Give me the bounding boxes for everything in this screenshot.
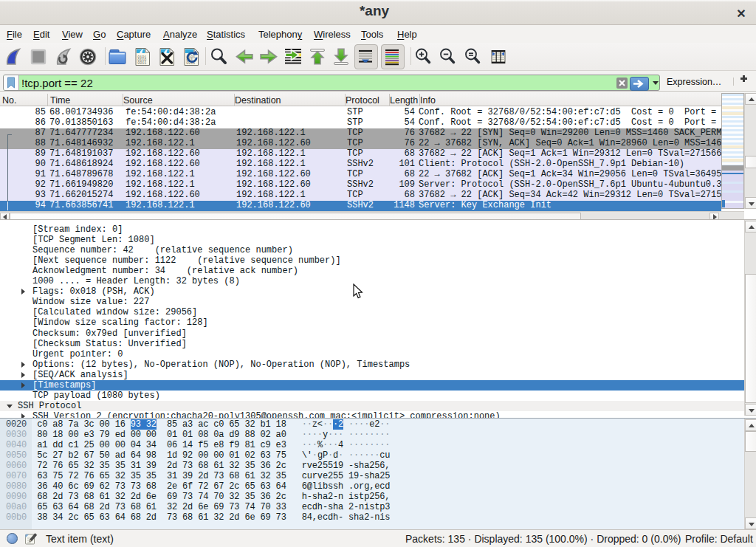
svg-text:0011: 0011 <box>137 61 146 66</box>
